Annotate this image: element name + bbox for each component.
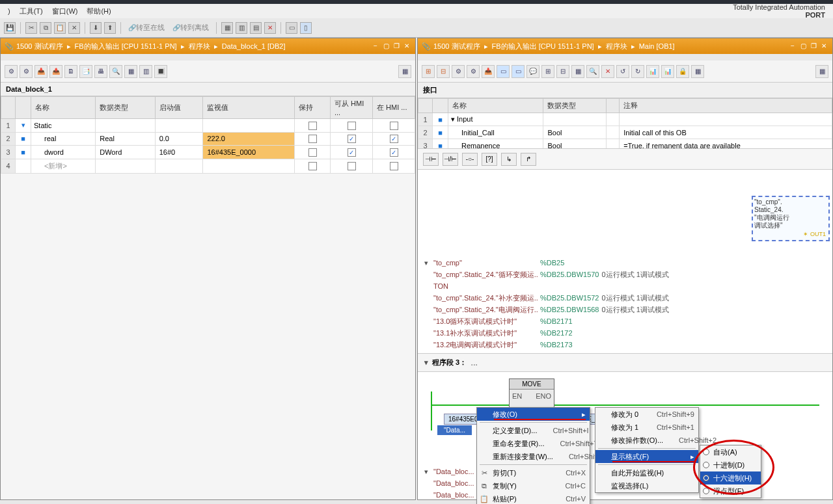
ctx-format-dec[interactable]: 十进制(D) (700, 458, 761, 471)
maximize-icon[interactable]: ▢ (381, 42, 390, 51)
hmi2-checkbox[interactable] (390, 122, 398, 130)
table-row[interactable]: 3■RemanenceBool=True, if remanent data a… (418, 139, 832, 150)
tb-download-icon[interactable]: ⬇ (90, 22, 102, 34)
minimize-icon[interactable]: − (788, 42, 797, 51)
tb-icon[interactable]: 📑 (79, 65, 92, 78)
tag-row[interactable]: "13.2电调阀调试模式计时"%DB2173 (424, 339, 826, 351)
menu-help[interactable]: 帮助(H) (83, 4, 115, 19)
contact-icon[interactable]: ⊣⊢ (423, 153, 439, 166)
menu-partial[interactable]: ) (4, 5, 14, 18)
tag-row[interactable]: "13.1补水泵调试模式计时"%DB2172 (424, 327, 826, 339)
network-block[interactable]: "to_cmp". Static_24. "电调阀运行 调试选择" ✶ OUT1 (752, 196, 830, 241)
tb-layout2-icon[interactable]: ▯ (300, 22, 312, 34)
tb-crossref-icon[interactable]: ▦ (221, 22, 233, 34)
ctx-start-monitor[interactable]: 自此开始监视(H) (595, 466, 698, 479)
tag-row[interactable]: "to_cmp".Static_24."补水变频运...%DB25.DBW157… (424, 292, 826, 304)
table-row[interactable]: 4<新增> (1, 159, 415, 173)
table-row[interactable]: 1■▾ Input (418, 113, 832, 126)
retain-checkbox[interactable] (308, 148, 317, 157)
hmi1-checkbox[interactable] (348, 148, 356, 157)
col-start[interactable]: 启动值 (155, 97, 203, 119)
ctx-format-hex[interactable]: 十六进制(H) (700, 471, 761, 484)
tb-icon[interactable]: ↺ (616, 65, 629, 78)
pin-icon[interactable]: 📎 (5, 42, 14, 51)
col-comment[interactable]: 注释 (620, 99, 832, 113)
col-name[interactable]: 名称 (448, 99, 543, 113)
branch2-icon[interactable]: ↱ (521, 153, 536, 166)
table-row[interactable]: 3■dwordDWord16#016#435E_0000 (1, 146, 415, 159)
tb-icon[interactable]: 🔍 (586, 65, 599, 78)
tb-icon[interactable]: ▭ (497, 65, 510, 78)
hmi2-checkbox[interactable] (390, 148, 398, 157)
minimize-icon[interactable]: − (371, 42, 380, 51)
hmi2-checkbox[interactable] (390, 135, 398, 143)
tb-icon[interactable]: ▦ (691, 65, 704, 78)
col-hmi1[interactable]: 可从 HMI ... (331, 97, 373, 119)
close-icon[interactable]: ✕ (402, 42, 411, 51)
tag-row-header[interactable]: ▾ "to_cmp" %DB25 (424, 257, 826, 269)
tb-icon[interactable]: 🔒 (676, 65, 689, 78)
branch-icon[interactable]: ↳ (501, 153, 517, 166)
crumb[interactable]: Main [OB1] (639, 42, 675, 50)
restore-icon[interactable]: ❐ (809, 42, 818, 51)
tb-icon[interactable]: ▦ (571, 65, 584, 78)
crumb[interactable]: 1500 测试程序 (433, 42, 480, 51)
tb-icon[interactable]: 📥 (482, 65, 495, 78)
retain-checkbox[interactable] (308, 135, 317, 143)
table-row[interactable]: 1▾Static (1, 119, 415, 133)
coil-icon[interactable]: -○- (462, 153, 478, 166)
ctx-monitor-select[interactable]: 监视选择(L) (595, 479, 698, 492)
crumb[interactable]: 程序块 (606, 42, 627, 51)
crumb[interactable]: FB的输入输出 [CPU 1511-1 PN] (492, 42, 594, 51)
tb-icon[interactable]: 📤 (49, 65, 62, 78)
crumb[interactable]: 1500 测试程序 (16, 42, 63, 51)
tag-row[interactable]: "13.0循环泵调试模式计时"%DB2171 (424, 315, 826, 327)
retain-checkbox[interactable] (308, 122, 317, 130)
table-row[interactable]: 2■realReal0.0222.0 (1, 132, 415, 146)
go-online-button[interactable]: 🔗 转至在线 (126, 22, 167, 34)
menu-tools[interactable]: 工具(T) (16, 4, 47, 19)
col-retain[interactable]: 保持 (295, 97, 331, 119)
ctx-rename-var[interactable]: 重命名变量(R)...Ctrl+Shift+T (477, 437, 590, 450)
col-name[interactable]: 名称 (31, 97, 96, 119)
tb-icon[interactable]: ⊟ (437, 65, 450, 78)
segment-3-header[interactable]: ▾ 程序段 3： … (418, 353, 832, 372)
tb-copy-icon[interactable]: ⧉ (40, 22, 51, 34)
tb-paste-icon[interactable]: 📋 (54, 22, 66, 34)
tb-upload-icon[interactable]: ⬆ (104, 22, 116, 34)
restore-icon[interactable]: ❐ (392, 42, 401, 51)
tb-icon[interactable]: 📊 (661, 65, 674, 78)
tb-icon[interactable]: ⚙ (20, 65, 33, 78)
tag-row[interactable]: "to_cmp".Static_24."电调阀运行...%DB25.DBW156… (424, 304, 826, 315)
tb-pane1-icon[interactable]: ▥ (236, 22, 247, 34)
tb-icon[interactable]: ▦ (124, 65, 137, 78)
tb-cut-icon[interactable]: ✂ (25, 22, 37, 34)
tb-icon[interactable]: ⊟ (556, 65, 569, 78)
hmi1-checkbox[interactable] (348, 122, 356, 130)
retain-checkbox[interactable] (308, 162, 317, 170)
tb-icon[interactable]: ⊞ (422, 65, 435, 78)
context-menu-2[interactable]: 修改为 0Ctrl+Shift+9 修改为 1Ctrl+Shift+1 修改操作… (595, 407, 699, 493)
box-icon[interactable]: [?] (482, 153, 497, 166)
contact-neg-icon[interactable]: ⊣/⊢ (443, 153, 458, 166)
tb-expand-icon[interactable]: ▦ (398, 65, 411, 78)
tb-expand-icon[interactable]: ▦ (815, 65, 828, 78)
maximize-icon[interactable]: ▢ (799, 42, 808, 51)
ctx-modify-1[interactable]: 修改为 1Ctrl+Shift+1 (595, 421, 698, 434)
tb-icon[interactable]: ↻ (631, 65, 644, 78)
col-dtype[interactable]: 数据类型 (96, 97, 155, 119)
pin-icon[interactable]: 📎 (422, 42, 431, 51)
close-icon[interactable]: ✕ (819, 42, 828, 51)
crumb[interactable]: FB的输入输出 [CPU 1511-1 PN] (75, 42, 177, 51)
ctx-rewire-var[interactable]: 重新连接变量(W)...Ctrl+Shift+P (477, 450, 590, 463)
tb-icon[interactable]: ⊞ (541, 65, 554, 78)
tb-icon[interactable]: ⚙ (467, 65, 480, 78)
tb-icon[interactable]: ▭ (512, 65, 525, 78)
hmi1-checkbox[interactable] (348, 162, 356, 170)
context-menu-3[interactable]: 自动(A) 十进制(D) 十六进制(H) 浮点型(F) (700, 445, 761, 498)
ctx-format-float[interactable]: 浮点型(F) (700, 484, 761, 497)
crumb[interactable]: Data_block_1 [DB2] (222, 42, 286, 50)
ctx-define-var[interactable]: 定义变量(D)...Ctrl+Shift+I (477, 424, 590, 437)
ctx-cut[interactable]: ✂剪切(T)Ctrl+X (477, 466, 590, 479)
col-hmi2[interactable]: 在 HMI ... (373, 97, 415, 119)
